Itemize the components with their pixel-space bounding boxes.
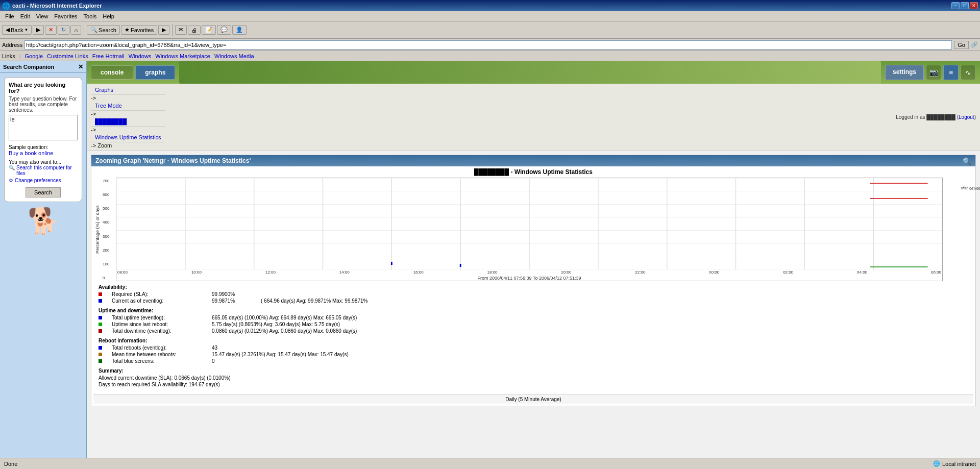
required-sla-box	[99, 292, 102, 296]
toolbar-separator-1	[84, 24, 84, 36]
maximize-button[interactable]: □	[961, 2, 969, 9]
link-marketplace[interactable]: Windows Marketplace	[155, 53, 210, 59]
edit-icon: 📝	[205, 27, 212, 33]
menu-edit[interactable]: Edit	[17, 12, 33, 20]
sample-question-link-text: Buy a book online	[9, 150, 53, 156]
messenger-icon: 👤	[236, 27, 243, 33]
x-label-1600: 16:00	[413, 270, 424, 275]
graphs-nav-btn[interactable]: graphs	[135, 65, 175, 80]
current-sla-label: Current as of eventlog:	[112, 298, 204, 304]
toolbar: ◀ Back ▼ ▶ ✕ ↻ ⌂ 🔍 Search ★ Favorites ▶ …	[0, 21, 980, 39]
search-text-input[interactable]: le	[9, 115, 78, 140]
refresh-button[interactable]: ↻	[58, 25, 69, 35]
menu-file[interactable]: File	[2, 12, 17, 20]
blue-screens-row: Total blue screens: 0	[99, 358, 968, 364]
status-right: 🌐 Local intranet	[933, 460, 976, 467]
menu-tools[interactable]: Tools	[81, 12, 100, 20]
allowed-downtime-row: Allowed current downtime (SLA): 0.0665 d…	[99, 375, 968, 381]
x-label-0400: 04:00	[857, 270, 867, 275]
y-val-200: 200	[103, 248, 115, 253]
breadcrumb-sep-3: ->	[91, 127, 96, 133]
current-sla-box	[99, 299, 102, 303]
blue-screens-label: Total blue screens:	[112, 358, 204, 364]
settings-button[interactable]: settings	[885, 65, 924, 80]
menu-help[interactable]: Help	[100, 12, 117, 20]
sample-question-label: Sample question:	[9, 144, 48, 150]
y-val-500: 500	[103, 206, 115, 211]
sample-question-link[interactable]: Buy a book online	[9, 150, 78, 156]
search-sidebar-content: What are you looking for? Type your ques…	[0, 73, 86, 240]
toolbar-separator-2	[172, 24, 173, 36]
address-label: Address	[2, 42, 22, 48]
graph-container: Zooming Graph 'Netmgr - Windows Uptime S…	[91, 155, 976, 406]
uptime-group: Uptime and downtime: Total uptime (event…	[99, 308, 968, 334]
home-button[interactable]: ⌂	[70, 26, 81, 35]
graph-header: Zooming Graph 'Netmgr - Windows Uptime S…	[91, 155, 975, 166]
zone-label: Local intranet	[942, 461, 976, 467]
messenger-button[interactable]: 👤	[232, 25, 247, 35]
edit-button[interactable]: 📝	[202, 25, 216, 35]
mail-button[interactable]: ✉	[175, 25, 187, 35]
y-val-600: 600	[103, 192, 115, 197]
search-button[interactable]: 🔍 Search	[87, 25, 120, 35]
total-reboots-box	[99, 346, 102, 350]
summary-title: Summary:	[99, 368, 968, 374]
graph-title-text: Zooming Graph 'Netmgr - Windows Uptime S…	[95, 157, 251, 164]
x-label-0200: 02:00	[783, 270, 793, 275]
link-media[interactable]: Windows Media	[214, 53, 254, 59]
menu-favorites[interactable]: Favorites	[51, 12, 80, 20]
favorites-button[interactable]: ★ Favorites	[121, 25, 157, 35]
print-button[interactable]: 🖨	[188, 26, 201, 35]
breadcrumb-graphs[interactable]: Graphs	[91, 85, 165, 95]
breadcrumb-uptime-stats[interactable]: Windows Uptime Statistics	[91, 133, 165, 142]
home-icon: ⌂	[74, 27, 78, 33]
minimize-button[interactable]: –	[951, 2, 960, 9]
address-input[interactable]	[24, 40, 952, 50]
y-val-0: 0	[103, 276, 115, 280]
total-downtime-label: Total downtime (eventlog):	[112, 328, 204, 334]
breadcrumb-tree-mode[interactable]: Tree Mode	[91, 101, 165, 111]
link-customize[interactable]: Customize Links	[47, 53, 88, 59]
graph-icon-btn[interactable]: ∿	[961, 65, 976, 80]
logout-link[interactable]: Logout	[959, 114, 974, 120]
mail-icon: ✉	[179, 27, 183, 33]
breadcrumb-device[interactable]: ████████	[91, 117, 165, 127]
total-downtime-value: 0.0860 day(s) (0.0129%) Avg: 0.0860 day(…	[212, 328, 357, 334]
media-button[interactable]: ▶	[158, 25, 169, 35]
x-label-1800: 18:00	[487, 270, 498, 275]
camera-icon-btn[interactable]: 📷	[926, 65, 941, 80]
console-nav-btn[interactable]: console	[91, 65, 133, 80]
login-status: Logged in as ████████ (Logout)	[896, 114, 976, 120]
search-submit-button[interactable]: Search	[26, 187, 61, 198]
forward-button[interactable]: ▶	[33, 25, 44, 35]
y-val-700: 700	[103, 179, 115, 183]
y-val-100: 100	[103, 262, 115, 266]
go-button[interactable]: Go	[954, 41, 969, 49]
cacti-header: console graphs settings 📷 ≡ ∿	[87, 61, 980, 84]
search-computer-link[interactable]: 🔍 Search this computer for files	[9, 165, 78, 176]
change-preferences-link[interactable]: ⚙ Change preferences	[9, 178, 78, 183]
current-sla-value: 99.9871%	[212, 298, 253, 304]
total-uptime-row: Total uptime (eventlog): 665.05 day(s) (…	[99, 315, 968, 320]
blue-screens-box	[99, 359, 102, 363]
graph-main-title: ████████ - Windows Uptime Statistics	[93, 168, 973, 176]
search-close-button[interactable]: ✕	[78, 63, 83, 70]
discuss-button[interactable]: 💬	[217, 25, 231, 35]
stop-button[interactable]: ✕	[45, 25, 57, 35]
current-sla-row: Current as of eventlog: 99.9871% ( 664.9…	[99, 298, 968, 304]
link-google[interactable]: Google	[25, 53, 43, 59]
list-icon-btn[interactable]: ≡	[943, 65, 959, 80]
link-windows[interactable]: Windows	[129, 53, 152, 59]
back-button[interactable]: ◀ Back ▼	[2, 25, 32, 35]
links-bar: Links | Google Customize Links Free Hotm…	[0, 51, 980, 61]
status-done: Done	[4, 461, 933, 467]
uptime-title: Uptime and downtime:	[99, 308, 968, 313]
graph-zoom-icon[interactable]: 🔍	[963, 157, 971, 165]
search-computer-icon: 🔍	[9, 165, 15, 170]
menu-view[interactable]: View	[33, 12, 52, 20]
total-uptime-label: Total uptime (eventlog):	[112, 315, 204, 320]
close-button[interactable]: ✕	[970, 2, 978, 9]
required-sla-row: Required (SLA): 99.9900%	[99, 291, 968, 297]
back-icon: ◀	[6, 27, 10, 33]
link-hotmail[interactable]: Free Hotmail	[92, 53, 125, 59]
